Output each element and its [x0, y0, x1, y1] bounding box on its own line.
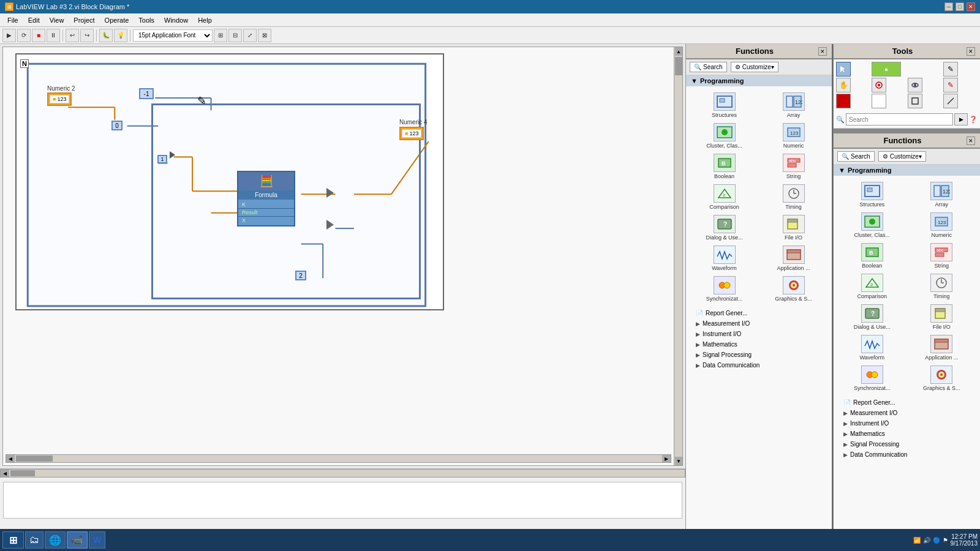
right-programming-header[interactable]: ▼ Programming	[834, 165, 980, 176]
minus1-box[interactable]: -1	[139, 88, 154, 99]
palette-item-array[interactable]: 123 Array	[759, 90, 828, 121]
close-btn[interactable]: ✕	[967, 2, 975, 11]
menu-tools[interactable]: Tools	[134, 15, 159, 25]
right-functions-close-btn[interactable]: ✕	[967, 137, 975, 145]
tool-pen2[interactable]: ✎	[943, 78, 958, 92]
r-datacomm-item[interactable]: ▶ Data Communication	[834, 449, 980, 460]
toolbar-debug[interactable]: 🐛	[99, 29, 113, 42]
right-palette-cluster[interactable]: Cluster, Clas...	[837, 210, 907, 241]
right-palette-numeric[interactable]: 123 Numeric	[907, 210, 977, 241]
tool-hand[interactable]: ✋	[836, 78, 851, 92]
taskbar-app-browser[interactable]: 🌐	[45, 531, 66, 549]
r-mathematics-item[interactable]: ▶ Mathematics	[834, 429, 980, 439]
tool-cursor-active[interactable]	[836, 62, 851, 77]
menu-file[interactable]: File	[2, 15, 23, 25]
lower-scrollbar-thumb[interactable]	[10, 470, 35, 476]
tool-probe[interactable]	[872, 78, 886, 92]
toolbar-run-cont[interactable]: ⟳	[17, 29, 31, 42]
palette-item-boolean[interactable]: B Boolean	[690, 151, 759, 182]
palette-item-timing[interactable]: Timing	[759, 182, 828, 212]
right-palette-array[interactable]: 123 Array	[907, 179, 977, 210]
right-customize-btn[interactable]: ⚙ Customize▾	[878, 151, 926, 162]
color-red[interactable]	[836, 94, 851, 108]
help-icon[interactable]: ❓	[969, 116, 978, 124]
palette-item-structures[interactable]: Structures	[690, 90, 759, 121]
r-report-item[interactable]: 📄 Report Gener...	[834, 397, 980, 408]
toolbar-distribute[interactable]: ⊟	[228, 29, 242, 42]
toolbar-align[interactable]: ⊞	[214, 29, 227, 42]
palette-item-comparison[interactable]: ≥ Comparison	[690, 182, 759, 212]
bd-canvas[interactable]: N Numeric 2 ■123 -1 ✎ 0	[15, 53, 444, 310]
toolbar-highlight[interactable]: 💡	[114, 29, 127, 42]
menu-project[interactable]: Project	[69, 15, 99, 25]
formula-node[interactable]: 🧮 Formula K Result X	[237, 171, 295, 227]
search-go-btn[interactable]: ▶	[954, 113, 968, 126]
tools-close-btn[interactable]: ✕	[967, 47, 975, 56]
tool-eye[interactable]	[908, 78, 922, 92]
right-palette-graphics[interactable]: Graphics & S...	[907, 363, 977, 394]
h-scrollbar-thumb[interactable]	[16, 455, 53, 462]
palette-item-graphics[interactable]: Graphics & S...	[759, 274, 828, 304]
right-palette-structures[interactable]: Structures	[837, 179, 907, 210]
datacomm-item[interactable]: ▶ Data Communication	[686, 360, 832, 370]
tool-rect[interactable]	[908, 94, 922, 108]
right-palette-dialog[interactable]: ? Dialog & Use...	[837, 302, 907, 332]
tool-color[interactable]: ■	[872, 62, 901, 77]
v-scrollbar-thumb[interactable]	[675, 57, 682, 75]
color-white[interactable]	[872, 94, 886, 108]
menu-window[interactable]: Window	[159, 15, 193, 25]
val0-box[interactable]: 0	[111, 121, 123, 130]
report-item[interactable]: 📄 Report Gener...	[686, 308, 832, 318]
right-palette-boolean[interactable]: B Boolean	[837, 241, 907, 271]
palette-item-numeric[interactable]: 123 Numeric	[759, 121, 828, 151]
val2-box[interactable]: 2	[295, 271, 306, 280]
toolbar-redo[interactable]: ↪	[80, 29, 94, 42]
menu-edit[interactable]: Edit	[23, 15, 45, 25]
diagram-area[interactable]: ▲ ▼	[2, 47, 683, 466]
r-measurementio-item[interactable]: ▶ Measurement I/O	[834, 408, 980, 418]
palette-item-string[interactable]: abc String	[759, 151, 828, 182]
right-palette-fileio[interactable]: File I/O	[907, 302, 977, 332]
palette-search-btn[interactable]: 🔍 Search	[690, 62, 727, 72]
r-instrumentio-item[interactable]: ▶ Instrument I/O	[834, 418, 980, 429]
tool-line[interactable]	[943, 94, 958, 108]
mathematics-item[interactable]: ▶ Mathematics	[686, 339, 832, 350]
measurementio-item[interactable]: ▶ Measurement I/O	[686, 318, 832, 329]
programming-section-header[interactable]: ▼ Programming	[686, 75, 832, 86]
toolbar-order[interactable]: ⊠	[258, 29, 271, 42]
title-controls[interactable]: ─ □ ✕	[944, 2, 975, 11]
right-palette-comparison[interactable]: ≥ Comparison	[837, 271, 907, 302]
right-palette-string[interactable]: abc String	[907, 241, 977, 271]
palette-item-synchronize[interactable]: Synchronizat...	[690, 274, 759, 304]
menu-operate[interactable]: Operate	[100, 15, 134, 25]
r-signalprocessing-item[interactable]: ▶ Signal Processing	[834, 439, 980, 449]
menu-help[interactable]: Help	[193, 15, 217, 25]
minimize-btn[interactable]: ─	[944, 2, 953, 11]
font-selector[interactable]: 15pt Application Font	[133, 29, 213, 42]
palette-item-waveform[interactable]: Waveform	[690, 243, 759, 274]
toolbar-run[interactable]: ▶	[2, 29, 16, 42]
right-palette-application[interactable]: Application ...	[907, 332, 977, 363]
start-btn[interactable]: ⊞	[2, 531, 24, 549]
comment-textarea[interactable]	[3, 482, 682, 519]
palette-item-cluster[interactable]: Cluster, Clas...	[690, 121, 759, 151]
taskbar-app-labview[interactable]: 📹	[67, 531, 88, 549]
tool-pencil[interactable]: ✎	[943, 62, 958, 77]
toolbar-undo[interactable]: ↩	[66, 29, 79, 42]
numeric4-ctrl[interactable]: ■123	[399, 127, 424, 140]
right-search-btn[interactable]: 🔍 Search	[837, 151, 875, 162]
signalprocessing-item[interactable]: ▶ Signal Processing	[686, 350, 832, 360]
palette-item-dialog[interactable]: ? Dialog & Use...	[690, 212, 759, 243]
functions-close-btn[interactable]: ✕	[818, 47, 827, 56]
toolbar-resize[interactable]: ⤢	[243, 29, 257, 42]
toolbar-abort[interactable]: ■	[32, 29, 45, 42]
tools-search-input[interactable]	[846, 113, 953, 126]
numeric2-ctrl[interactable]: ■123	[47, 92, 72, 106]
palette-item-fileio[interactable]: File I/O	[759, 212, 828, 243]
menu-view[interactable]: View	[45, 15, 69, 25]
right-palette-timing[interactable]: Timing	[907, 271, 977, 302]
taskbar-app-folder[interactable]: 🗂	[25, 531, 43, 549]
palette-item-application[interactable]: Application ...	[759, 243, 828, 274]
taskbar-app-word[interactable]: W	[89, 531, 105, 549]
instrumentio-item[interactable]: ▶ Instrument I/O	[686, 329, 832, 339]
